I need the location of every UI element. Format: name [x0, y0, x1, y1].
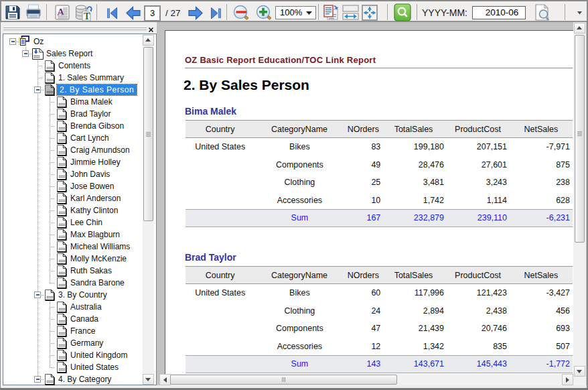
svg-text:T: T: [84, 11, 90, 21]
